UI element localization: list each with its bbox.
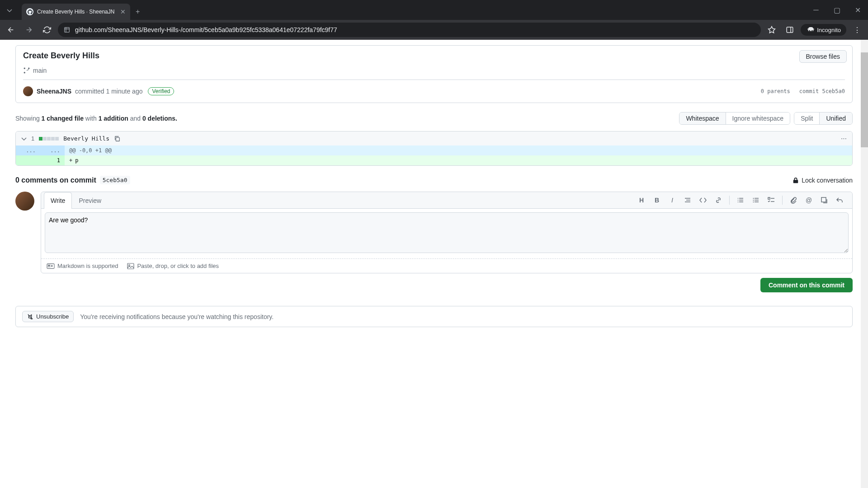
address-bar[interactable]: github.com/SheenaJNS/Beverly-Hills-/comm…: [58, 23, 761, 37]
window-controls: ─ ▢ ✕: [806, 0, 868, 20]
svg-rect-0: [65, 28, 70, 33]
incognito-label: Incognito: [817, 27, 841, 33]
browser-tab[interactable]: Create Beverly Hills · SheenaJN ✕: [22, 4, 130, 20]
tab-search-icon[interactable]: [0, 1, 19, 20]
browser-menu-icon[interactable]: ⋮: [850, 23, 864, 37]
maximize-button[interactable]: ▢: [826, 0, 847, 20]
panel-icon[interactable]: [783, 23, 797, 37]
close-window-button[interactable]: ✕: [847, 0, 868, 20]
browser-tab-strip: Create Beverly Hills · SheenaJN ✕ + ─ ▢ …: [0, 0, 868, 20]
browser-toolbar: github.com/SheenaJNS/Beverly-Hills-/comm…: [0, 20, 868, 40]
incognito-badge[interactable]: Incognito: [801, 24, 846, 36]
incognito-icon: [806, 26, 814, 34]
svg-rect-1: [787, 27, 793, 33]
minimize-button[interactable]: ─: [806, 0, 826, 20]
forward-button[interactable]: [22, 23, 36, 37]
back-button[interactable]: [4, 23, 18, 37]
reload-button[interactable]: [40, 23, 54, 37]
site-info-icon[interactable]: [63, 26, 71, 33]
url-text: github.com/SheenaJNS/Beverly-Hills-/comm…: [75, 26, 337, 33]
github-favicon-icon: [26, 8, 33, 15]
tab-close-icon[interactable]: ✕: [120, 8, 126, 15]
new-tab-button[interactable]: +: [130, 4, 145, 20]
bookmark-icon[interactable]: [764, 23, 779, 37]
tab-title: Create Beverly Hills · SheenaJN: [37, 9, 117, 15]
